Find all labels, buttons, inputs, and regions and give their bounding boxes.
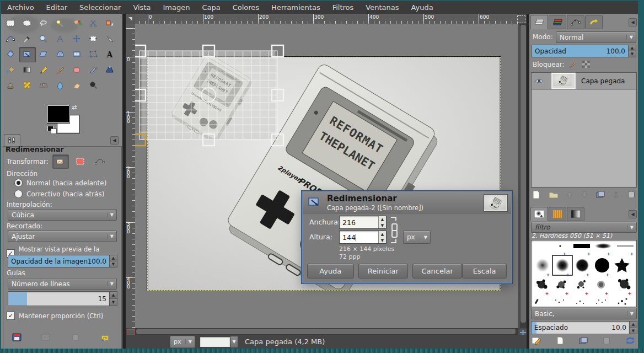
dodge-burn-icon[interactable] [85, 78, 102, 93]
tab-paths[interactable] [567, 15, 584, 29]
ink-icon[interactable] [102, 62, 119, 78]
cancel-button[interactable]: Cancelar [412, 264, 462, 279]
paths-icon[interactable] [3, 31, 19, 47]
zoom-entry[interactable] [200, 336, 230, 347]
layer-opacity-slider[interactable]: Opacidad 100,0 [532, 45, 629, 57]
new-group-button[interactable] [548, 190, 559, 199]
clipping-select[interactable]: Ajustar▼ [8, 231, 117, 242]
free-select-icon[interactable] [36, 16, 52, 31]
scale-button[interactable]: Escala [462, 264, 507, 279]
bucket-fill-icon[interactable] [3, 62, 19, 78]
collapse-right-dock-icon[interactable]: ◀ [629, 18, 637, 26]
save-options-button[interactable] [9, 331, 25, 344]
smudge-icon[interactable] [69, 78, 85, 93]
guide-lines-slider[interactable]: 15 [8, 291, 110, 306]
layer-opacity-spin[interactable]: ▲▼ [629, 45, 636, 57]
ruler-origin-button[interactable] [126, 14, 136, 24]
height-spin[interactable]: ▲▼ [378, 231, 386, 243]
mode-select[interactable]: Normal▼ [556, 31, 636, 43]
flip-icon[interactable] [69, 47, 85, 62]
duplicate-layer-button[interactable] [595, 190, 605, 199]
reset-button[interactable]: Reiniciar [358, 264, 408, 279]
menu-colores[interactable]: Colores [227, 3, 265, 12]
transform-layer-button[interactable] [52, 154, 69, 169]
delete-options-button[interactable] [68, 331, 84, 344]
refresh-brushes-button[interactable] [625, 336, 636, 345]
menu-archivo[interactable]: Archivo [1, 3, 40, 12]
perspective-icon[interactable] [52, 47, 69, 62]
zoom-dropdown-icon[interactable]: ▼ [230, 336, 238, 348]
swap-colors-icon[interactable]: ⇄ [72, 104, 80, 111]
menu-ventanas[interactable]: Ventanas [359, 3, 405, 12]
image-opacity-slider[interactable]: Opacidad de la imagen 100,0 [8, 255, 110, 268]
brush-filter-select[interactable]: filtro▼ [531, 222, 637, 233]
tab-gradients[interactable] [567, 207, 584, 221]
ellipse-select-icon[interactable] [19, 16, 36, 31]
brush-collection-select[interactable]: Basic,▼ [531, 308, 637, 319]
blur-icon[interactable] [52, 78, 69, 93]
menu-imagen[interactable]: Imagen [157, 3, 196, 12]
shear-icon[interactable] [36, 47, 52, 62]
lock-pixels-icon[interactable] [568, 60, 578, 68]
keep-aspect-checkbox[interactable]: ✓ Mantener proporción (Ctrl) [7, 312, 103, 320]
lock-alpha-icon[interactable] [582, 61, 590, 68]
color-picker-icon[interactable] [19, 31, 36, 47]
clone-icon[interactable] [3, 78, 19, 93]
gradient-icon[interactable] [19, 62, 36, 78]
zoom-icon[interactable] [36, 31, 52, 47]
reset-options-button[interactable] [97, 331, 114, 344]
fuzzy-select-icon[interactable] [52, 16, 69, 31]
paintbrush-icon[interactable] [52, 62, 69, 78]
tab-undo-history[interactable] [585, 15, 603, 29]
menu-seleccionar[interactable]: Seleccionar [73, 3, 127, 12]
scissors-select-icon[interactable] [85, 16, 102, 31]
interpolation-select[interactable]: Cúbica▼ [8, 209, 117, 221]
chain-link-icon[interactable] [390, 217, 396, 243]
help-button[interactable]: Ayuda [307, 264, 354, 279]
cage-transform-icon[interactable] [85, 47, 102, 62]
rect-select-icon[interactable] [3, 16, 19, 31]
new-layer-button[interactable] [531, 190, 541, 200]
menu-capa[interactable]: Capa [196, 3, 226, 12]
menu-editar[interactable]: Editar [40, 3, 74, 12]
dialog-unit-select[interactable]: px▼ [403, 231, 431, 244]
new-brush-button[interactable] [556, 336, 565, 345]
airbrush-icon[interactable] [85, 62, 102, 78]
align-icon[interactable] [85, 31, 102, 47]
menu-ayuda[interactable]: Ayuda [405, 3, 439, 12]
tab-channels[interactable] [549, 15, 566, 29]
text-icon[interactable]: A [102, 47, 119, 62]
guides-select[interactable]: Número de líneas▼ [8, 278, 117, 290]
visibility-eye-icon[interactable] [535, 78, 544, 84]
foreground-color-swatch[interactable] [47, 105, 69, 123]
tab-layers[interactable] [530, 15, 548, 29]
direction-normal-radio[interactable]: Normal (hacia adelante) [14, 179, 106, 187]
perspective-clone-icon[interactable] [36, 78, 52, 93]
crop-icon[interactable] [102, 31, 119, 47]
transform-selection-button[interactable] [73, 155, 88, 168]
guide-lines-spin[interactable]: ▲▼ [110, 291, 117, 306]
transform-grid-overlay[interactable] [135, 44, 288, 151]
brush-grid[interactable] [531, 240, 637, 307]
image-opacity-spin[interactable]: ▲▼ [110, 255, 117, 268]
lower-layer-button[interactable] [581, 191, 588, 199]
menu-herramientas[interactable]: Herramientas [265, 3, 326, 12]
collapse-left-dock-icon[interactable]: ◀ [110, 136, 119, 145]
measure-icon[interactable] [52, 31, 69, 47]
delete-layer-button[interactable] [627, 190, 636, 199]
raise-layer-button[interactable] [566, 191, 573, 199]
width-input[interactable]: 216 ▲▼ [339, 216, 387, 229]
height-input[interactable]: 144 ▲▼ [339, 231, 387, 244]
collapse-brushes-dock-icon[interactable]: ◀ [629, 210, 637, 218]
width-spin[interactable]: ▲▼ [378, 216, 386, 228]
spacing-slider[interactable]: Espaciado 10,0 [531, 321, 630, 334]
duplicate-brush-button[interactable] [578, 336, 588, 345]
anchor-layer-button[interactable] [612, 191, 620, 199]
scale-dialog[interactable]: Redimensionar Capa pegada-2 ([Sin nombre… [302, 191, 512, 284]
tab-brushes[interactable] [530, 207, 548, 221]
horizontal-scrollbar[interactable] [135, 328, 518, 335]
tab-patterns[interactable] [549, 207, 566, 221]
selection-bounds-icon[interactable] [517, 15, 525, 23]
spacing-spin[interactable]: ▲▼ [630, 321, 637, 334]
heal-icon[interactable] [19, 78, 36, 93]
